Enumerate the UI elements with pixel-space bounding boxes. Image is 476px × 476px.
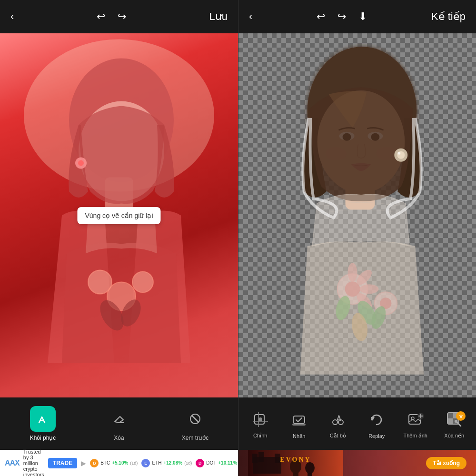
preview-icon-wrap bbox=[182, 406, 208, 432]
btc-ticker: B BTC +5.10% (1d) bbox=[90, 459, 138, 467]
cutout-icon bbox=[327, 408, 349, 430]
ad-tagline: Trusted by 3 million crypto investors bbox=[23, 450, 44, 476]
left-undo-button[interactable]: ↩ bbox=[95, 10, 107, 24]
ad-logo: AAX bbox=[5, 459, 20, 467]
right-topbar-right: Kế tiếp bbox=[429, 10, 467, 24]
ad-game-content: EVONY Tải xuống bbox=[238, 450, 476, 476]
svg-rect-67 bbox=[293, 473, 298, 476]
left-image-area[interactable]: Vùng cọ vẽ cần giữ lại bbox=[0, 33, 238, 397]
game-art: EVONY bbox=[248, 450, 343, 476]
replay-label: Replay bbox=[368, 433, 385, 439]
ad-arrow-icon: ▶ bbox=[81, 459, 86, 467]
right-image-area[interactable] bbox=[238, 33, 476, 397]
right-next-button[interactable]: Kế tiếp bbox=[429, 10, 467, 24]
erase-icon bbox=[112, 412, 126, 426]
tool-add-photo[interactable]: Thêm ảnh bbox=[401, 408, 430, 439]
left-panel: ‹ ↩ ↪ Lưu bbox=[0, 0, 238, 476]
tool-cutout[interactable]: Cắt bỏ bbox=[324, 408, 352, 439]
svg-rect-56 bbox=[447, 418, 453, 424]
add-photo-label: Thêm ảnh bbox=[404, 433, 427, 439]
svg-rect-65 bbox=[275, 454, 280, 463]
right-topbar: ‹ ↩ ↪ ⬇ Kế tiếp bbox=[238, 0, 476, 33]
tool-replay[interactable]: Replay bbox=[362, 409, 391, 439]
right-back-button[interactable]: ‹ bbox=[247, 10, 254, 24]
right-download-button[interactable]: ⬇ bbox=[357, 10, 369, 24]
bg-remove-label: Xóa nền bbox=[444, 433, 464, 439]
left-image-bg: Vùng cọ vẽ cần giữ lại bbox=[0, 33, 238, 397]
svg-point-8 bbox=[132, 272, 153, 293]
svg-rect-69 bbox=[307, 473, 312, 476]
tooltip: Vùng cọ vẽ cần giữ lại bbox=[77, 207, 160, 224]
preview-label: Xem trước bbox=[182, 435, 208, 441]
ad-logo-suffix: X bbox=[15, 459, 20, 467]
svg-rect-63 bbox=[252, 454, 258, 463]
eth-period: (1d) bbox=[184, 461, 192, 466]
left-redo-button[interactable]: ↪ bbox=[116, 10, 128, 24]
right-ad-banner[interactable]: EVONY Tải xuống bbox=[238, 450, 476, 476]
btc-icon: B bbox=[90, 459, 99, 467]
right-redo-button[interactable]: ↪ bbox=[336, 10, 348, 24]
svg-point-68 bbox=[305, 462, 315, 474]
svg-point-5 bbox=[78, 160, 84, 166]
ad-download-button[interactable]: Tải xuống bbox=[426, 457, 466, 469]
right-woman-svg bbox=[238, 33, 476, 397]
tool-restore[interactable]: Khôi phục bbox=[26, 406, 60, 441]
right-topbar-history: ↩ ↪ ⬇ bbox=[315, 10, 369, 24]
stamp-label: Nhãn bbox=[293, 433, 305, 439]
ad-trade-button[interactable]: TRADE bbox=[48, 458, 77, 468]
right-bottom-toolbar: Chỉnh Nhãn Cắt bbox=[238, 397, 476, 450]
tool-crop[interactable]: Chỉnh bbox=[246, 408, 275, 439]
btc-period: (1d) bbox=[130, 461, 138, 466]
dot-change: +10.11% bbox=[218, 460, 237, 466]
svg-point-40 bbox=[258, 417, 262, 421]
svg-rect-44 bbox=[292, 424, 306, 426]
stamp-icon bbox=[288, 409, 310, 431]
svg-point-26 bbox=[397, 152, 400, 155]
left-bottom-toolbar: Khôi phục Xóa Xem trước bbox=[0, 397, 238, 450]
add-photo-icon bbox=[405, 408, 426, 430]
left-topbar: ‹ ↩ ↪ Lưu bbox=[0, 0, 238, 33]
tool-stamp[interactable]: Nhãn bbox=[285, 409, 313, 439]
ad-logo-prefix: AA bbox=[5, 459, 15, 467]
cutout-label: Cắt bỏ bbox=[330, 433, 346, 439]
svg-rect-64 bbox=[258, 452, 264, 462]
left-topbar-right: Lưu bbox=[208, 10, 229, 24]
svg-rect-43 bbox=[293, 416, 305, 424]
restore-icon-wrap bbox=[30, 406, 56, 432]
eth-symbol: ETH bbox=[152, 460, 161, 466]
preview-icon bbox=[188, 412, 202, 426]
left-ad-bar: AAX Trusted by 3 million crypto investor… bbox=[0, 450, 238, 476]
tool-erase[interactable]: Xóa bbox=[102, 406, 136, 441]
left-save-button[interactable]: Lưu bbox=[208, 10, 229, 24]
dot-icon: D bbox=[196, 459, 204, 467]
tool-preview[interactable]: Xem trước bbox=[178, 406, 212, 441]
left-back-button[interactable]: ‹ bbox=[9, 10, 16, 24]
btc-symbol: BTC bbox=[100, 460, 110, 466]
crop-icon bbox=[249, 408, 271, 430]
dot-ticker: D DOT +10.11% (1d) bbox=[196, 459, 238, 467]
erase-icon-wrap bbox=[106, 406, 132, 432]
eth-change: +12.08% bbox=[163, 460, 182, 466]
crop-label: Chỉnh bbox=[253, 433, 267, 439]
restore-icon bbox=[36, 412, 50, 426]
dot-symbol: DOT bbox=[206, 460, 216, 466]
left-image-content: Vùng cọ vẽ cần giữ lại bbox=[0, 33, 238, 397]
right-topbar-left: ‹ bbox=[247, 10, 254, 24]
svg-point-60 bbox=[455, 420, 457, 423]
svg-text:EVONY: EVONY bbox=[280, 456, 311, 463]
tool-bg-remove[interactable]: ♛ Xóa nền bbox=[440, 408, 468, 439]
left-topbar-left: ‹ bbox=[9, 10, 16, 24]
right-image-bg bbox=[238, 33, 476, 397]
eth-icon: E bbox=[141, 459, 150, 467]
svg-rect-54 bbox=[447, 413, 453, 418]
svg-line-14 bbox=[192, 416, 198, 422]
btc-change: +5.10% bbox=[112, 460, 128, 466]
right-panel: ‹ ↩ ↪ ⬇ Kế tiếp bbox=[238, 0, 476, 476]
left-topbar-history: ↩ ↪ bbox=[95, 10, 128, 24]
erase-label: Xóa bbox=[114, 435, 124, 441]
right-undo-button[interactable]: ↩ bbox=[315, 10, 327, 24]
replay-icon bbox=[366, 409, 387, 431]
restore-label: Khôi phục bbox=[30, 435, 56, 441]
eth-ticker: E ETH +12.08% (1d) bbox=[141, 459, 192, 467]
